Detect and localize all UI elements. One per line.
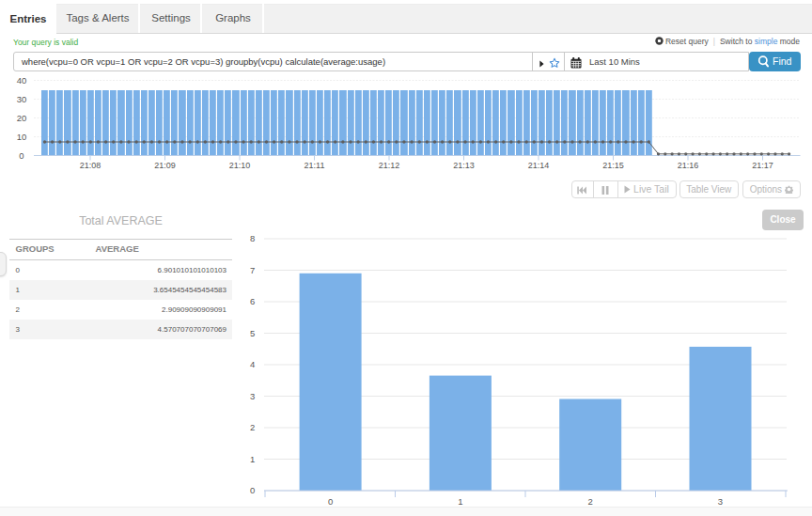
svg-text:21:16: 21:16 <box>678 161 699 170</box>
svg-text:4: 4 <box>250 359 255 369</box>
svg-text:5: 5 <box>250 328 255 338</box>
svg-text:2: 2 <box>588 496 593 507</box>
svg-text:20: 20 <box>17 113 27 123</box>
svg-text:0: 0 <box>328 496 333 507</box>
svg-text:21:12: 21:12 <box>379 161 400 170</box>
svg-text:21:14: 21:14 <box>528 161 550 170</box>
svg-text:0: 0 <box>19 150 23 161</box>
svg-text:7: 7 <box>250 265 255 275</box>
svg-text:10: 10 <box>17 132 27 142</box>
svg-text:21:13: 21:13 <box>453 161 475 170</box>
svg-text:21:09: 21:09 <box>154 161 176 170</box>
svg-text:0: 0 <box>250 485 255 495</box>
svg-text:21:08: 21:08 <box>80 161 102 170</box>
svg-text:21:15: 21:15 <box>602 161 624 170</box>
svg-text:2: 2 <box>250 422 255 432</box>
svg-text:21:11: 21:11 <box>304 161 325 170</box>
svg-text:30: 30 <box>17 94 27 104</box>
svg-text:6: 6 <box>250 296 255 306</box>
svg-text:1: 1 <box>458 496 462 507</box>
svg-text:3: 3 <box>250 391 255 401</box>
svg-text:1: 1 <box>250 454 255 464</box>
svg-text:21:10: 21:10 <box>229 161 251 170</box>
svg-text:40: 40 <box>17 75 27 86</box>
svg-text:3: 3 <box>718 496 723 507</box>
svg-text:8: 8 <box>250 233 255 243</box>
svg-text:21:17: 21:17 <box>752 161 773 170</box>
